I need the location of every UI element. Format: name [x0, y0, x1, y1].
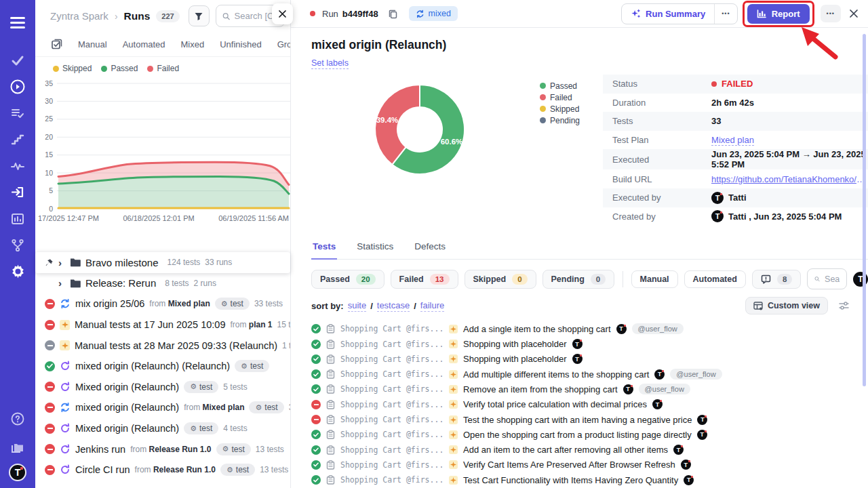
sort-by-testcase-link[interactable]: testcase — [377, 300, 410, 312]
tab-unfinished[interactable]: Unfinished — [220, 39, 261, 49]
projects-folders-icon[interactable] — [4, 434, 31, 461]
legend-failed: Failed — [157, 64, 179, 73]
branches-icon[interactable] — [4, 232, 31, 258]
tab-manual[interactable]: Manual — [78, 39, 107, 49]
status-failed-icon — [45, 403, 55, 413]
tests-check-icon[interactable] — [4, 47, 31, 73]
reports-chart-icon[interactable] — [4, 205, 31, 232]
test-row[interactable]: Shopping Cart @firs... Test Cart Functio… — [311, 472, 868, 487]
run-list-item[interactable]: mixed origin (Relaunch) from Mixed plan … — [35, 397, 290, 418]
test-plan-link[interactable]: Mixed plan — [711, 135, 754, 146]
run-list-item[interactable]: mixed origin (Relaunch) (Relaunch) ⚙test — [35, 356, 290, 377]
test-row[interactable]: Shopping Cart @firs... Add multiple diff… — [311, 367, 868, 382]
breadcrumb-project[interactable]: Zyntra Spark — [50, 10, 108, 22]
filter-manual-button[interactable]: Manual — [631, 270, 678, 288]
tab-tests[interactable]: Tests — [311, 235, 337, 260]
copy-run-id-button[interactable] — [388, 9, 398, 19]
sort-by-failure-link[interactable]: failure — [420, 300, 444, 312]
run-list-item[interactable]: Mixed origin (Relaunch) ⚙test 4 tests — [35, 418, 290, 439]
tab-statistics[interactable]: Statistics — [355, 235, 395, 259]
milestones-stairs-icon[interactable] — [4, 126, 31, 152]
select-runs-icon[interactable] — [51, 39, 62, 50]
filter-failed-button[interactable]: Failed13 — [391, 270, 458, 289]
avatar: T — [623, 384, 633, 394]
scrollbar-thumb[interactable] — [863, 34, 866, 386]
test-row[interactable]: Shopping Cart @firs... Shopping with pla… — [311, 336, 868, 351]
analytics-pulse-icon[interactable] — [4, 152, 31, 179]
chevron-right-icon[interactable]: › — [58, 258, 65, 268]
detail-row-build-url: Build URL https://github.com/TetianaKhom… — [603, 169, 868, 188]
svg-text:60.6%: 60.6% — [441, 138, 463, 146]
run-folder-release-rerun[interactable]: › Release: Rerun 8 tests 2 runs — [35, 273, 290, 294]
runs-panel: Zyntra Spark › Runs 227 Manual Automated… — [35, 0, 290, 488]
build-url-link[interactable]: https://github.com/TetianaKhomenko/Load-… — [711, 174, 868, 184]
filter-button[interactable] — [189, 5, 210, 26]
test-row[interactable]: Shopping Cart @firs... Shopping with pla… — [311, 352, 868, 367]
manual-test-icon — [449, 400, 458, 409]
tests-search-input[interactable] — [825, 274, 840, 284]
user-flow-tag: @user_flow — [670, 369, 722, 380]
import-signin-icon[interactable] — [4, 179, 31, 205]
run-id: b449ff48 — [342, 9, 378, 19]
tab-defects[interactable]: Defects — [413, 235, 447, 259]
close-runs-panel-button[interactable] — [272, 3, 293, 24]
run-summary-button[interactable]: Run Summary — [622, 4, 714, 24]
run-summary-more-button[interactable]: ••• — [714, 4, 736, 24]
table-icon — [753, 302, 763, 310]
sort-by-suite-link[interactable]: suite — [348, 300, 366, 312]
filter-automated-button[interactable]: Automated — [684, 270, 746, 288]
run-overview: 39.4% 60.6% Passed Failed Skipped Pendin… — [311, 72, 868, 226]
test-row[interactable]: Shopping Cart @firs... Add an item to th… — [311, 443, 868, 458]
report-button[interactable]: Report — [747, 4, 810, 24]
tab-mixed[interactable]: Mixed — [181, 39, 205, 49]
run-list-item[interactable]: Jenkins run from Release Run 1.0 ⚙test 1… — [35, 439, 290, 460]
run-list-item[interactable]: Manual tests at 17 Jun 2025 10:09 from p… — [35, 314, 290, 336]
user-avatar[interactable]: T — [9, 464, 26, 481]
test-row[interactable]: Shopping Cart @firs... Verify Cart Items… — [311, 458, 868, 472]
manual-test-icon — [449, 370, 458, 379]
custom-view-button[interactable]: Custom view — [745, 297, 828, 314]
help-icon[interactable] — [4, 405, 31, 432]
test-tag: ⚙test — [249, 401, 283, 413]
breadcrumb-separator: › — [115, 11, 118, 22]
mixed-badge[interactable]: mixed — [409, 6, 458, 21]
test-row[interactable]: Shopping Cart @firs... Verify total pric… — [311, 397, 868, 412]
clipboard-icon — [326, 324, 335, 333]
legend-passed: Passed — [111, 64, 138, 73]
test-row[interactable]: Shopping Cart @firs... Open the shopping… — [311, 427, 868, 442]
filter-passed-button[interactable]: Passed20 — [311, 270, 384, 289]
annotation-highlight-box: Report — [743, 1, 814, 27]
test-row[interactable]: Shopping Cart @firs... Add a single item… — [311, 321, 868, 336]
breadcrumb-section[interactable]: Runs — [124, 10, 151, 22]
status-failed-icon — [45, 444, 55, 454]
filter-skipped-button[interactable]: Skipped0 — [465, 270, 536, 289]
menu-hamburger-icon[interactable] — [4, 9, 31, 36]
comments-filter-button[interactable]: 8 — [752, 270, 801, 289]
settings-gear-icon[interactable] — [4, 258, 31, 285]
view-settings-icon[interactable] — [839, 301, 849, 310]
set-labels-link[interactable]: Set labels — [311, 58, 349, 69]
more-actions-button[interactable]: ••• — [821, 5, 841, 22]
sort-by-label: sort by: — [311, 301, 344, 311]
filter-pending-button[interactable]: Pending0 — [542, 270, 615, 289]
close-run-detail-button[interactable] — [849, 9, 859, 18]
run-list-item[interactable]: mix origin 25/06 from Mixed plan ⚙test 3… — [35, 293, 290, 314]
run-list-item[interactable]: Manual tests at 28 Mar 2025 09:33 (Relau… — [35, 335, 290, 356]
tab-automated[interactable]: Automated — [123, 39, 165, 49]
comment-icon — [761, 274, 771, 284]
run-list-item[interactable]: Mixed origin (Relaunch) ⚙test 5 tests — [35, 377, 290, 398]
runs-play-icon[interactable] — [4, 73, 31, 100]
run-folder-bravo-milestone[interactable]: › Bravo milestone 124 tests 33 runs — [35, 252, 290, 273]
svg-text:30: 30 — [45, 97, 53, 105]
test-row[interactable]: Shopping Cart @firs... Test the shopping… — [311, 412, 868, 427]
user-flow-tag: @user_flow — [639, 384, 690, 394]
search-icon — [222, 12, 230, 21]
status-passed-icon — [311, 354, 321, 364]
test-row[interactable]: Shopping Cart @firs... Remove an item fr… — [311, 382, 868, 396]
run-list-item[interactable]: Circle CI run from Release Run 1.0 ⚙test… — [35, 460, 290, 481]
test-plans-icon[interactable] — [4, 100, 31, 126]
detail-row-tests: Tests 33 — [603, 112, 868, 131]
clipboard-icon — [326, 415, 335, 424]
avatar: T — [572, 339, 583, 349]
chevron-right-icon[interactable]: › — [58, 278, 65, 288]
